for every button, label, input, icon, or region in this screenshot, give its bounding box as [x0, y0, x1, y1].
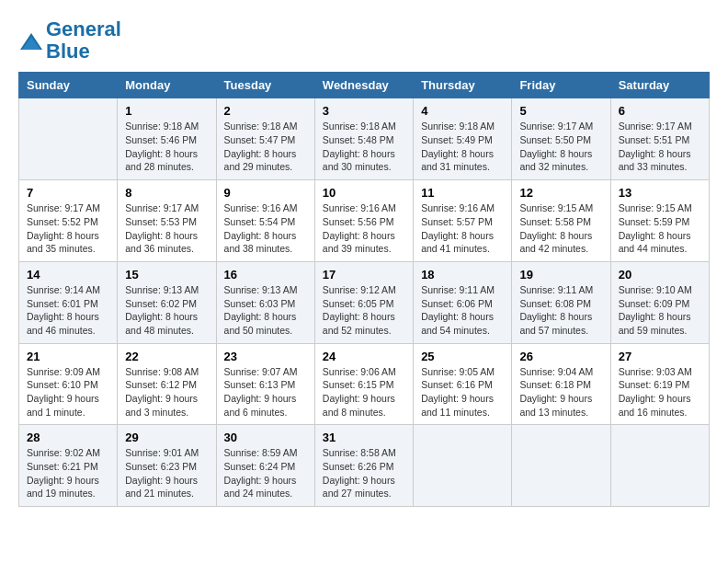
- calendar-cell: 31Sunrise: 8:58 AMSunset: 6:26 PMDayligh…: [314, 425, 413, 507]
- day-info: Sunrise: 9:13 AMSunset: 6:03 PMDaylight:…: [224, 283, 307, 338]
- day-number: 16: [224, 268, 307, 282]
- calendar-cell: 13Sunrise: 9:15 AMSunset: 5:59 PMDayligh…: [610, 180, 709, 262]
- logo-text: General Blue: [46, 18, 121, 63]
- calendar-cell: 5Sunrise: 9:17 AMSunset: 5:50 PMDaylight…: [512, 98, 610, 180]
- day-number: 28: [27, 431, 109, 444]
- day-info: Sunrise: 9:11 AMSunset: 6:08 PMDaylight:…: [519, 283, 602, 338]
- logo: General Blue: [18, 18, 121, 63]
- day-info: Sunrise: 9:07 AMSunset: 6:13 PMDaylight:…: [224, 365, 307, 419]
- day-number: 8: [125, 186, 208, 200]
- day-number: 21: [27, 350, 109, 363]
- weekday-header-friday: Friday: [512, 73, 610, 98]
- calendar-cell: 25Sunrise: 9:05 AMSunset: 6:16 PMDayligh…: [414, 343, 512, 425]
- day-info: Sunrise: 8:58 AMSunset: 6:26 PMDaylight:…: [323, 446, 405, 500]
- day-info: Sunrise: 9:12 AMSunset: 6:05 PMDaylight:…: [323, 283, 405, 338]
- calendar-cell: 21Sunrise: 9:09 AMSunset: 6:10 PMDayligh…: [19, 343, 118, 425]
- calendar-week-row: 7Sunrise: 9:17 AMSunset: 5:52 PMDaylight…: [19, 180, 710, 262]
- day-number: 13: [619, 186, 701, 200]
- day-number: 18: [421, 268, 504, 282]
- day-number: 31: [323, 431, 405, 444]
- day-number: 1: [125, 104, 208, 118]
- calendar-table: SundayMondayTuesdayWednesdayThursdayFrid…: [18, 72, 710, 507]
- weekday-header-thursday: Thursday: [414, 73, 512, 98]
- calendar-cell: 18Sunrise: 9:11 AMSunset: 6:06 PMDayligh…: [414, 261, 512, 343]
- day-number: 5: [519, 104, 602, 118]
- page-header: General Blue: [18, 18, 710, 63]
- calendar-cell: [414, 425, 512, 507]
- day-info: Sunrise: 9:16 AMSunset: 5:54 PMDaylight:…: [224, 201, 307, 256]
- day-number: 7: [27, 186, 109, 200]
- day-info: Sunrise: 9:18 AMSunset: 5:48 PMDaylight:…: [323, 120, 405, 174]
- day-info: Sunrise: 8:59 AMSunset: 6:24 PMDaylight:…: [224, 446, 307, 500]
- day-number: 30: [224, 431, 307, 444]
- weekday-header-sunday: Sunday: [19, 73, 118, 98]
- calendar-week-row: 21Sunrise: 9:09 AMSunset: 6:10 PMDayligh…: [19, 343, 710, 425]
- calendar-cell: 15Sunrise: 9:13 AMSunset: 6:02 PMDayligh…: [118, 261, 216, 343]
- day-info: Sunrise: 9:11 AMSunset: 6:06 PMDaylight:…: [421, 283, 504, 338]
- weekday-header-saturday: Saturday: [610, 73, 709, 98]
- day-info: Sunrise: 9:05 AMSunset: 6:16 PMDaylight:…: [421, 365, 504, 419]
- day-number: 20: [619, 268, 701, 282]
- calendar-cell: 1Sunrise: 9:18 AMSunset: 5:46 PMDaylight…: [118, 98, 216, 180]
- day-info: Sunrise: 9:16 AMSunset: 5:56 PMDaylight:…: [323, 201, 405, 256]
- day-info: Sunrise: 9:17 AMSunset: 5:51 PMDaylight:…: [619, 120, 701, 174]
- calendar-cell: 20Sunrise: 9:10 AMSunset: 6:09 PMDayligh…: [610, 261, 709, 343]
- day-info: Sunrise: 9:17 AMSunset: 5:50 PMDaylight:…: [519, 120, 602, 174]
- day-info: Sunrise: 9:14 AMSunset: 6:01 PMDaylight:…: [27, 283, 109, 338]
- day-number: 4: [421, 104, 504, 118]
- calendar-cell: 30Sunrise: 8:59 AMSunset: 6:24 PMDayligh…: [216, 425, 314, 507]
- day-info: Sunrise: 9:15 AMSunset: 5:58 PMDaylight:…: [519, 201, 602, 256]
- calendar-cell: 11Sunrise: 9:16 AMSunset: 5:57 PMDayligh…: [414, 180, 512, 262]
- weekday-header-monday: Monday: [118, 73, 216, 98]
- day-number: 15: [125, 268, 208, 282]
- day-number: 2: [224, 104, 307, 118]
- day-number: 29: [125, 431, 208, 444]
- day-info: Sunrise: 9:09 AMSunset: 6:10 PMDaylight:…: [27, 365, 109, 419]
- day-info: Sunrise: 9:08 AMSunset: 6:12 PMDaylight:…: [125, 365, 208, 419]
- calendar-cell: 9Sunrise: 9:16 AMSunset: 5:54 PMDaylight…: [216, 180, 314, 262]
- calendar-week-row: 14Sunrise: 9:14 AMSunset: 6:01 PMDayligh…: [19, 261, 710, 343]
- day-number: 17: [323, 268, 405, 282]
- calendar-cell: 27Sunrise: 9:03 AMSunset: 6:19 PMDayligh…: [610, 343, 709, 425]
- calendar-cell: [19, 98, 118, 180]
- day-info: Sunrise: 9:04 AMSunset: 6:18 PMDaylight:…: [519, 365, 602, 419]
- weekday-header-row: SundayMondayTuesdayWednesdayThursdayFrid…: [19, 73, 710, 98]
- day-number: 23: [224, 350, 307, 363]
- day-info: Sunrise: 9:18 AMSunset: 5:47 PMDaylight:…: [224, 120, 307, 174]
- day-number: 24: [323, 350, 405, 363]
- day-number: 3: [323, 104, 405, 118]
- calendar-cell: 17Sunrise: 9:12 AMSunset: 6:05 PMDayligh…: [314, 261, 413, 343]
- calendar-cell: 12Sunrise: 9:15 AMSunset: 5:58 PMDayligh…: [512, 180, 610, 262]
- day-number: 25: [421, 350, 504, 363]
- day-info: Sunrise: 9:03 AMSunset: 6:19 PMDaylight:…: [619, 365, 701, 419]
- calendar-cell: 28Sunrise: 9:02 AMSunset: 6:21 PMDayligh…: [19, 425, 118, 507]
- day-info: Sunrise: 9:16 AMSunset: 5:57 PMDaylight:…: [421, 201, 504, 256]
- calendar-cell: 24Sunrise: 9:06 AMSunset: 6:15 PMDayligh…: [314, 343, 413, 425]
- day-info: Sunrise: 9:18 AMSunset: 5:49 PMDaylight:…: [421, 120, 504, 174]
- day-info: Sunrise: 9:06 AMSunset: 6:15 PMDaylight:…: [323, 365, 405, 419]
- day-info: Sunrise: 9:17 AMSunset: 5:53 PMDaylight:…: [125, 201, 208, 256]
- calendar-cell: 29Sunrise: 9:01 AMSunset: 6:23 PMDayligh…: [118, 425, 216, 507]
- calendar-cell: 6Sunrise: 9:17 AMSunset: 5:51 PMDaylight…: [610, 98, 709, 180]
- day-number: 14: [27, 268, 109, 282]
- day-info: Sunrise: 9:13 AMSunset: 6:02 PMDaylight:…: [125, 283, 208, 338]
- calendar-cell: 8Sunrise: 9:17 AMSunset: 5:53 PMDaylight…: [118, 180, 216, 262]
- calendar-cell: 3Sunrise: 9:18 AMSunset: 5:48 PMDaylight…: [314, 98, 413, 180]
- calendar-week-row: 1Sunrise: 9:18 AMSunset: 5:46 PMDaylight…: [19, 98, 710, 180]
- day-number: 11: [421, 186, 504, 200]
- calendar-week-row: 28Sunrise: 9:02 AMSunset: 6:21 PMDayligh…: [19, 425, 710, 507]
- day-number: 26: [519, 350, 602, 363]
- day-info: Sunrise: 9:01 AMSunset: 6:23 PMDaylight:…: [125, 446, 208, 500]
- day-number: 12: [519, 186, 602, 200]
- logo-icon: [18, 29, 44, 55]
- calendar-cell: 7Sunrise: 9:17 AMSunset: 5:52 PMDaylight…: [19, 180, 118, 262]
- day-info: Sunrise: 9:15 AMSunset: 5:59 PMDaylight:…: [619, 201, 701, 256]
- day-info: Sunrise: 9:17 AMSunset: 5:52 PMDaylight:…: [27, 201, 109, 256]
- calendar-cell: 16Sunrise: 9:13 AMSunset: 6:03 PMDayligh…: [216, 261, 314, 343]
- weekday-header-tuesday: Tuesday: [216, 73, 314, 98]
- weekday-header-wednesday: Wednesday: [314, 73, 413, 98]
- calendar-cell: 4Sunrise: 9:18 AMSunset: 5:49 PMDaylight…: [414, 98, 512, 180]
- day-number: 22: [125, 350, 208, 363]
- calendar-cell: 22Sunrise: 9:08 AMSunset: 6:12 PMDayligh…: [118, 343, 216, 425]
- day-info: Sunrise: 9:02 AMSunset: 6:21 PMDaylight:…: [27, 446, 109, 500]
